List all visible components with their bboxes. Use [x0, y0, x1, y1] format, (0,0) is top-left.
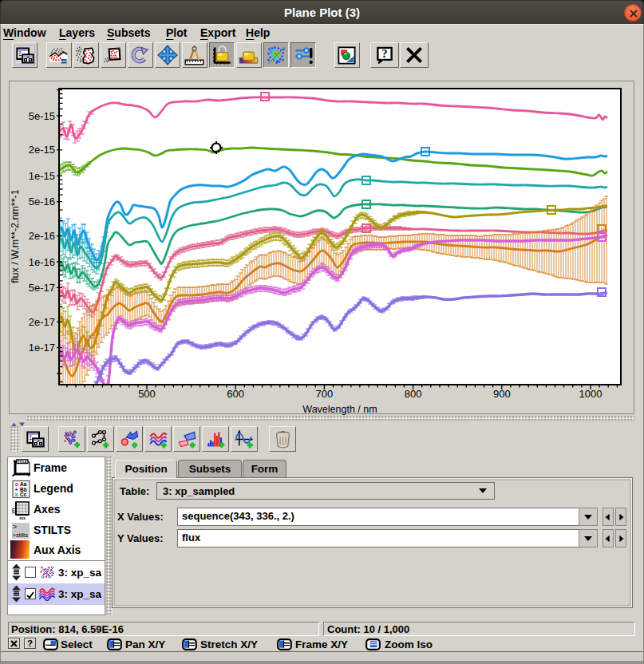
svg-text:?: ?	[381, 47, 387, 60]
svg-text:1e-17: 1e-17	[29, 342, 55, 354]
svg-text:800: 800	[405, 388, 422, 400]
svg-text:500: 500	[138, 388, 156, 400]
svg-text:Wavelength / nm: Wavelength / nm	[302, 404, 377, 415]
svg-text:700: 700	[316, 388, 334, 400]
svg-text:x: x	[15, 492, 18, 497]
svg-text:xxx: xxx	[19, 516, 26, 520]
svg-text:2e-17: 2e-17	[29, 316, 55, 328]
svg-text:Cc: Cc	[20, 492, 27, 497]
svg-text:2e-16: 2e-16	[29, 230, 55, 242]
svg-text:>: >	[13, 523, 17, 531]
svg-text:flux / W.m**-2.nm**-1: flux / W.m**-2.nm**-1	[10, 189, 21, 283]
svg-text:>stilts: >stilts	[13, 532, 29, 539]
svg-text:1000: 1000	[579, 388, 603, 400]
svg-text:5e-17: 5e-17	[29, 282, 55, 294]
svg-text:1e-15: 1e-15	[29, 170, 55, 182]
svg-text:5e-16: 5e-16	[29, 196, 55, 208]
svg-text:2e-15: 2e-15	[29, 144, 55, 156]
svg-text:TITLE: TITLE	[18, 460, 27, 464]
svg-text:5e-15: 5e-15	[29, 110, 55, 122]
svg-text:1e-16: 1e-16	[29, 256, 55, 268]
svg-text:600: 600	[227, 388, 244, 400]
svg-text:900: 900	[493, 388, 511, 400]
svg-text:yyy: yyy	[11, 508, 15, 514]
